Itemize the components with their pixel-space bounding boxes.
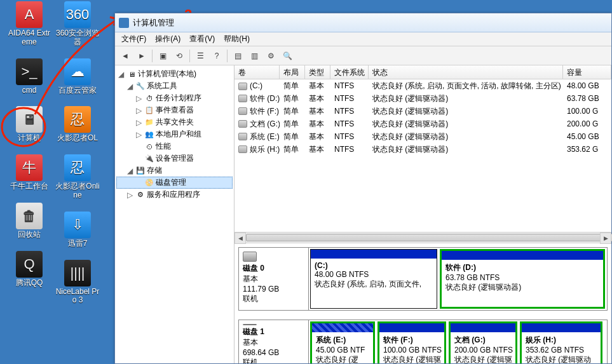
tree-services-apps[interactable]: ▷⚙服务和应用程序 bbox=[116, 189, 233, 201]
app-icon: >_ bbox=[16, 58, 43, 85]
volume-row[interactable]: 系统 (E:)简单基本NTFS状态良好 (逻辑驱动器)45.00 GB bbox=[235, 130, 611, 143]
window-title: 计算机管理 bbox=[133, 17, 174, 29]
partition[interactable]: 软件 (D:)63.78 GB NTFS状态良好 (逻辑驱动器) bbox=[440, 249, 605, 309]
icon-label: 360安全浏览器 bbox=[55, 29, 100, 47]
disk-0-header: 磁盘 0 基本 111.79 GB 联机 bbox=[239, 248, 309, 310]
desktop-icon[interactable]: 360360安全浏览器 bbox=[55, 1, 100, 47]
disk-icon bbox=[243, 252, 257, 262]
tree-shared-folders[interactable]: ▷📁共享文件夹 bbox=[116, 116, 233, 128]
volume-row[interactable]: 娱乐 (H:)简单基本NTFS状态良好 (逻辑驱动器)353.62 G bbox=[235, 143, 611, 156]
volume-icon bbox=[238, 120, 247, 128]
disk-graphical-view: 磁盘 0 基本 111.79 GB 联机 (C:)48.00 GB NTFS状态… bbox=[235, 243, 611, 363]
tree-task-scheduler[interactable]: ▷⏱任务计划程序 bbox=[116, 92, 233, 104]
disk-icon bbox=[243, 324, 257, 325]
tree-disk-management[interactable]: 📀磁盘管理 bbox=[116, 177, 233, 189]
desktop-icon[interactable]: 忍火影忍者OL bbox=[55, 106, 100, 143]
partition[interactable]: 娱乐 (H:)353.62 GB NTFS状态良好 (逻辑驱动 bbox=[520, 321, 602, 363]
column-capacity[interactable]: 容量 bbox=[563, 65, 611, 79]
desktop-icon[interactable]: ||||NiceLabel Pro 3 bbox=[55, 260, 100, 306]
desktop-icon[interactable]: 🖥计算机 bbox=[6, 106, 52, 143]
help-button[interactable]: ? bbox=[209, 48, 224, 64]
scroll-right-button[interactable]: ▶ bbox=[600, 233, 611, 244]
volume-icon bbox=[238, 145, 247, 153]
disk-1-row[interactable]: 磁盘 1 基本 698.64 GB 联机 系统 (E:)45.00 GB NTF… bbox=[238, 320, 608, 363]
desktop-icon[interactable]: AAIDA64 Extreme bbox=[6, 1, 52, 47]
volume-row[interactable]: 文档 (G:)简单基本NTFS状态良好 (逻辑驱动器)200.00 G bbox=[235, 118, 611, 130]
tree-root[interactable]: ◢🖥计算机管理(本地) bbox=[116, 68, 233, 80]
app-icon bbox=[119, 18, 129, 28]
app-icon: 360 bbox=[64, 1, 91, 28]
desktop-icon[interactable]: >_cmd bbox=[6, 58, 52, 95]
desktop-icon[interactable]: 牛千牛工作台 bbox=[6, 154, 52, 191]
tree-system-tools[interactable]: ◢🔧系统工具 bbox=[116, 80, 233, 92]
column-layout[interactable]: 布局 bbox=[280, 65, 305, 79]
partition[interactable]: 文档 (G:)200.00 GB NTFS状态良好 (逻辑驱 bbox=[449, 321, 517, 363]
titlebar[interactable]: 计算机管理 bbox=[115, 13, 611, 32]
search-button[interactable]: 🔍 bbox=[280, 48, 295, 64]
partition[interactable]: 软件 (F:)100.00 GB NTFS状态良好 (逻辑驱 bbox=[377, 321, 446, 363]
desktop-icon[interactable]: ⇩迅雷7 bbox=[55, 212, 100, 248]
app-icon: 🗑 bbox=[16, 203, 43, 229]
icon-label: 迅雷7 bbox=[68, 239, 88, 248]
disk-1-header: 磁盘 1 基本 698.64 GB 联机 bbox=[239, 320, 309, 363]
volume-icon bbox=[238, 83, 247, 90]
scroll-left-button[interactable]: ◀ bbox=[235, 233, 246, 244]
column-type[interactable]: 类型 bbox=[305, 65, 330, 79]
layout-top-button[interactable]: ▤ bbox=[230, 48, 245, 64]
desktop-icon[interactable]: Q腾讯QQ bbox=[6, 251, 52, 288]
disk-management-pane: 卷 布局 类型 文件系统 状态 容量 (C:)简单基本NTFS状态良好 (系统,… bbox=[235, 65, 611, 363]
menu-view[interactable]: 查看(V) bbox=[186, 32, 219, 46]
app-icon: A bbox=[16, 1, 43, 28]
tree-local-users[interactable]: ▷👥本地用户和组 bbox=[116, 128, 233, 140]
settings-button[interactable]: ⚙ bbox=[263, 48, 278, 64]
menu-action[interactable]: 操作(A) bbox=[151, 32, 184, 46]
layout-bottom-button[interactable]: ▥ bbox=[247, 48, 262, 64]
back-button[interactable]: ◄ bbox=[118, 48, 133, 64]
icon-label: 计算机 bbox=[18, 134, 41, 143]
scroll-thumb[interactable] bbox=[246, 234, 612, 241]
icon-label: 火影忍者OL bbox=[57, 134, 98, 143]
forward-button[interactable]: ► bbox=[134, 48, 149, 64]
tree-device-manager[interactable]: 🔌设备管理器 bbox=[116, 152, 233, 165]
volume-icon bbox=[238, 133, 247, 140]
app-icon: 忍 bbox=[64, 154, 91, 181]
app-icon: 牛 bbox=[16, 154, 43, 181]
computer-management-window: 计算机管理 文件(F) 操作(A) 查看(V) 帮助(H) ◄ ► ▣ ⟲ ☰ … bbox=[114, 13, 612, 364]
toolbar: ◄ ► ▣ ⟲ ☰ ? ▤ ▥ ⚙ 🔍 bbox=[115, 46, 611, 65]
volume-list-header: 卷 布局 类型 文件系统 状态 容量 bbox=[235, 65, 611, 79]
icon-label: cmd bbox=[22, 86, 37, 95]
volume-icon bbox=[238, 95, 247, 102]
desktop: AAIDA64 Extreme>_cmd🖥计算机牛千牛工作台🗑回收站Q腾讯QQ … bbox=[0, 0, 114, 364]
app-icon: |||| bbox=[64, 260, 91, 286]
app-icon: ⇩ bbox=[64, 212, 91, 238]
partition[interactable]: (C:)48.00 GB NTFS状态良好 (系统, 启动, 页面文件, bbox=[310, 249, 437, 309]
menu-help[interactable]: 帮助(H) bbox=[220, 32, 254, 46]
column-status[interactable]: 状态 bbox=[369, 65, 563, 79]
desktop-icon[interactable]: 🗑回收站 bbox=[6, 203, 52, 239]
icon-label: 回收站 bbox=[18, 231, 41, 239]
app-icon: 忍 bbox=[64, 106, 91, 133]
horizontal-scrollbar[interactable]: ◀ ▶ bbox=[235, 232, 611, 243]
tree-event-viewer[interactable]: ▷📋事件查看器 bbox=[116, 104, 233, 116]
refresh-button[interactable]: ⟲ bbox=[172, 48, 187, 64]
menu-file[interactable]: 文件(F) bbox=[118, 32, 150, 46]
column-volume[interactable]: 卷 bbox=[235, 65, 280, 79]
column-filesystem[interactable]: 文件系统 bbox=[330, 65, 369, 79]
properties-button[interactable]: ☰ bbox=[193, 48, 208, 64]
up-button[interactable]: ▣ bbox=[155, 48, 170, 64]
tree-performance[interactable]: ⏲性能 bbox=[116, 140, 233, 152]
desktop-icon[interactable]: 忍火影忍者Online bbox=[55, 154, 100, 200]
volume-row[interactable]: (C:)简单基本NTFS状态良好 (系统, 启动, 页面文件, 活动, 故障转储… bbox=[235, 79, 611, 92]
icon-label: AIDA64 Extreme bbox=[7, 29, 51, 47]
disk-0-row[interactable]: 磁盘 0 基本 111.79 GB 联机 (C:)48.00 GB NTFS状态… bbox=[238, 247, 608, 311]
desktop-icon[interactable]: ☁百度云管家 bbox=[55, 58, 100, 95]
icon-label: 百度云管家 bbox=[58, 86, 97, 95]
volume-row[interactable]: 软件 (F:)简单基本NTFS状态良好 (逻辑驱动器)100.00 G bbox=[235, 105, 611, 118]
app-icon: 🖥 bbox=[16, 106, 43, 133]
navigation-tree: ◢🖥计算机管理(本地) ◢🔧系统工具 ▷⏱任务计划程序 ▷📋事件查看器 ▷📁共享… bbox=[115, 65, 235, 363]
partition[interactable]: 系统 (E:)45.00 GB NTF状态良好 (逻 bbox=[310, 321, 375, 363]
volume-row[interactable]: 软件 (D:)简单基本NTFS状态良好 (逻辑驱动器)63.78 GB bbox=[235, 92, 611, 105]
volume-icon bbox=[238, 107, 247, 115]
volume-list: (C:)简单基本NTFS状态良好 (系统, 启动, 页面文件, 活动, 故障转储… bbox=[235, 79, 611, 156]
tree-storage[interactable]: ◢💾存储 bbox=[116, 165, 233, 177]
